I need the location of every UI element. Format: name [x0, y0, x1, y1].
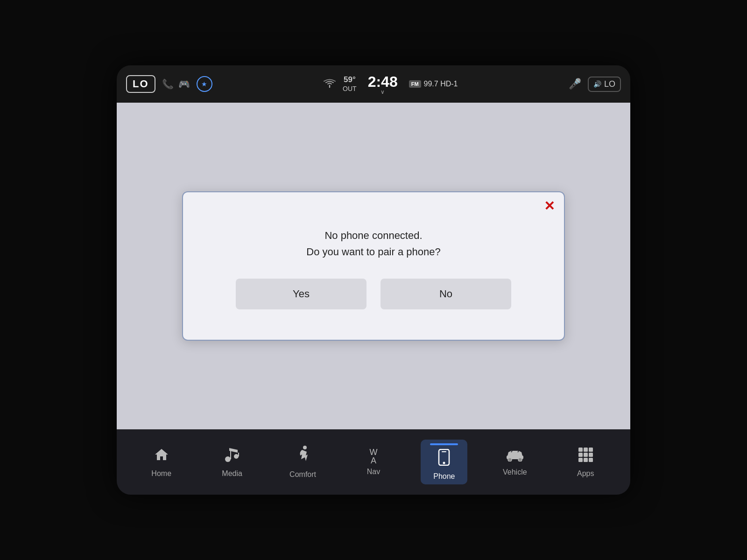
- nav-item-media[interactable]: Media: [209, 446, 255, 478]
- phone-active-indicator: [430, 443, 458, 445]
- phone-nav-icon: [437, 449, 451, 469]
- lo-left-badge: LO: [126, 75, 155, 93]
- comfort-label: Comfort: [289, 470, 316, 479]
- svg-point-1: [234, 454, 239, 459]
- bottom-navigation: Home Media Comfort: [117, 429, 630, 495]
- wifi-icon: [323, 78, 336, 91]
- status-icons: 📞 🎮: [162, 78, 190, 90]
- main-content-area: ✕ No phone connected. Do you want to pai…: [117, 103, 630, 429]
- close-button[interactable]: ✕: [544, 200, 555, 213]
- apps-icon: [577, 446, 594, 467]
- pair-phone-dialog: ✕ No phone connected. Do you want to pai…: [182, 191, 565, 341]
- no-button[interactable]: No: [381, 279, 511, 309]
- phone-icon: 📞: [162, 78, 174, 90]
- svg-rect-17: [578, 458, 583, 462]
- yes-button[interactable]: Yes: [236, 279, 366, 309]
- svg-point-10: [518, 458, 522, 462]
- svg-rect-19: [589, 458, 593, 462]
- svg-rect-18: [584, 458, 588, 462]
- nav-label: Nav: [367, 468, 380, 476]
- media-label: Media: [222, 469, 242, 478]
- nav-item-phone[interactable]: Phone: [421, 440, 467, 484]
- microphone-icon[interactable]: 🎤: [569, 78, 581, 90]
- dialog-buttons: Yes No: [202, 279, 545, 309]
- comfort-icon: [295, 445, 311, 468]
- svg-rect-16: [589, 453, 593, 457]
- dialog-message: No phone connected. Do you want to pair …: [306, 227, 440, 260]
- vehicle-icon: [505, 448, 525, 465]
- nav-item-apps[interactable]: Apps: [562, 446, 609, 478]
- svg-rect-11: [578, 448, 583, 452]
- dialog-overlay: ✕ No phone connected. Do you want to pai…: [117, 103, 630, 429]
- status-bar: LO 📞 🎮 ★ 59° OUT 2:48 ∨ FM: [117, 65, 630, 103]
- temperature-display: 59° OUT: [343, 75, 357, 92]
- steering-icon: 🎮: [178, 78, 190, 90]
- media-icon: [225, 446, 240, 467]
- bluetooth-icon: ★: [197, 76, 212, 92]
- svg-point-9: [508, 458, 512, 462]
- svg-point-7: [443, 462, 445, 464]
- vehicle-label: Vehicle: [503, 468, 527, 476]
- radio-info: FM 99.7 HD-1: [409, 80, 458, 88]
- svg-rect-15: [584, 453, 588, 457]
- svg-rect-13: [589, 448, 593, 452]
- apps-label: Apps: [577, 469, 594, 478]
- car-infotainment-screen: LO 📞 🎮 ★ 59° OUT 2:48 ∨ FM: [117, 65, 630, 495]
- nav-item-vehicle[interactable]: Vehicle: [492, 448, 538, 476]
- nav-item-home[interactable]: Home: [138, 446, 185, 478]
- nav-item-nav[interactable]: WA Nav: [350, 448, 397, 476]
- svg-rect-14: [578, 453, 583, 457]
- home-label: Home: [151, 469, 171, 478]
- lo-right-badge: 🔊 LO: [588, 77, 621, 92]
- svg-rect-12: [584, 448, 588, 452]
- nav-icon: WA: [369, 448, 377, 465]
- phone-nav-label: Phone: [433, 472, 455, 481]
- speaker-icon: 🔊: [593, 80, 601, 88]
- home-icon: [153, 446, 170, 467]
- svg-point-4: [303, 446, 307, 449]
- svg-point-0: [225, 456, 231, 462]
- time-display: 2:48 ∨: [368, 73, 398, 95]
- nav-item-comfort[interactable]: Comfort: [280, 445, 326, 479]
